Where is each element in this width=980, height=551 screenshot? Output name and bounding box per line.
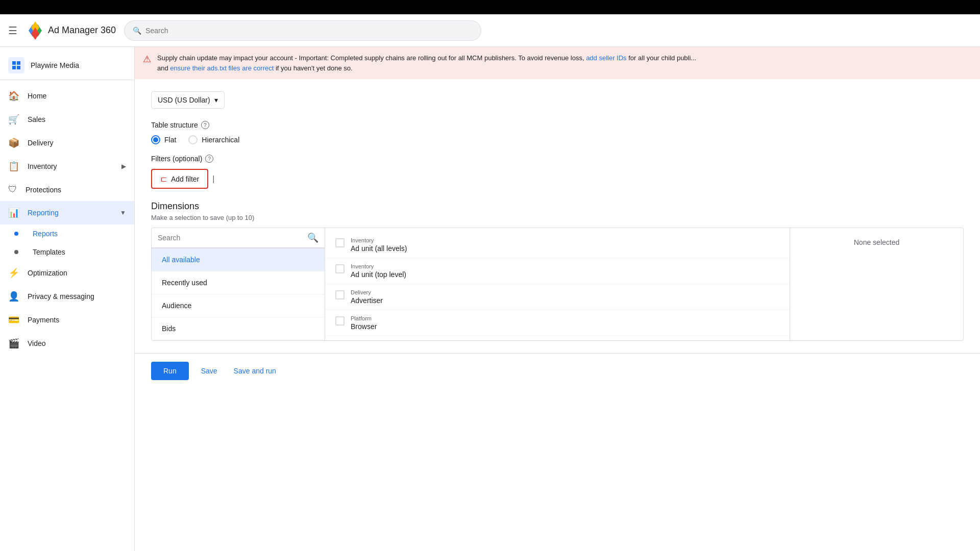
sidebar-item-delivery[interactable]: 📦 Delivery (0, 131, 134, 155)
sidebar-item-label-reporting: Reporting (28, 209, 59, 217)
privacy-icon: 👤 (8, 291, 19, 302)
add-filter-button[interactable]: ⊏ Add filter (151, 169, 208, 189)
dimensions-search[interactable]: 🔍 (152, 228, 325, 248)
sidebar-item-privacy[interactable]: 👤 Privacy & messaging (0, 285, 134, 308)
dim-category-recently[interactable]: Recently used (152, 271, 325, 294)
dimensions-title: Dimensions (151, 201, 964, 212)
sidebar-item-inventory[interactable]: 📋 Inventory ▶ (0, 155, 134, 178)
dim-item-1[interactable]: Inventory Ad unit (top level) (325, 258, 790, 284)
alert-middle-text: for all your child publi... (628, 54, 696, 62)
sidebar: Playwire Media 🏠 Home 🛒 Sales 📦 Delivery… (0, 47, 135, 551)
dim-item-0[interactable]: Inventory Ad unit (all levels) (325, 232, 790, 258)
sidebar-org: Playwire Media (0, 51, 134, 80)
dimensions-search-icon: 🔍 (307, 232, 318, 243)
sidebar-subitem-label-templates: Templates (33, 248, 65, 256)
dim-category-all[interactable]: All available (152, 248, 325, 271)
dim-checkbox-3[interactable] (335, 316, 345, 325)
dim-item-cat-1: Inventory (351, 263, 406, 269)
dim-checkbox-0[interactable] (335, 238, 345, 247)
protections-icon: 🛡 (8, 184, 17, 195)
filters-section: Filters (optional) ? ⊏ Add filter | (151, 155, 964, 189)
alert-banner: ⚠ Supply chain update may impact your ac… (135, 47, 980, 79)
radio-hierarchical-label: Hierarchical (202, 136, 239, 144)
home-icon: 🏠 (8, 90, 19, 102)
sidebar-subitem-label-reports: Reports (33, 230, 58, 238)
search-input[interactable] (145, 27, 473, 35)
sidebar-item-label-video: Video (28, 339, 46, 347)
logo-icon (26, 21, 44, 40)
org-name: Playwire Media (31, 61, 79, 69)
dim-item-3[interactable]: Platform Browser (325, 310, 790, 336)
radio-flat[interactable]: Flat (151, 135, 176, 144)
dimensions-right-panel: Inventory Ad unit (all levels) Inventory… (325, 228, 790, 340)
dim-checkbox-1[interactable] (335, 264, 345, 273)
dim-item-name-3: Browser (351, 322, 377, 331)
sidebar-item-sales[interactable]: 🛒 Sales (0, 108, 134, 131)
save-and-run-button[interactable]: Save and run (230, 362, 280, 380)
dimensions-search-row: 🔍 (152, 228, 325, 248)
none-selected-label: None selected (854, 238, 900, 246)
radio-hierarchical[interactable]: Hierarchical (188, 135, 239, 144)
dimensions-selected-panel: None selected (790, 228, 963, 340)
table-structure-help-icon[interactable]: ? (201, 121, 209, 129)
reports-dot (14, 232, 18, 236)
sidebar-item-optimization[interactable]: ⚡ Optimization (0, 261, 134, 285)
alert-icon: ⚠ (143, 54, 151, 65)
currency-selector[interactable]: USD (US Dollar) ▾ (151, 91, 225, 109)
dimensions-subtitle: Make a selection to save (up to 10) (151, 214, 964, 221)
dimensions-left-panel: 🔍 All available Recently used Audience B… (152, 228, 325, 340)
sidebar-subitem-reports[interactable]: Reports (0, 224, 134, 243)
sidebar-item-label-optimization: Optimization (28, 269, 67, 277)
delivery-icon: 📦 (8, 137, 19, 148)
sidebar-item-reporting[interactable]: 📊 Reporting ▼ (0, 201, 134, 224)
video-icon: 🎬 (8, 338, 19, 349)
dim-checkbox-2[interactable] (335, 290, 345, 299)
alert-text: Supply chain update may impact your acco… (157, 53, 696, 73)
dim-item-name-0: Ad unit (all levels) (351, 244, 407, 253)
dim-category-bids[interactable]: Bids (152, 317, 325, 340)
cursor-bar: | (212, 174, 214, 184)
filters-label: Filters (optional) ? (151, 155, 964, 163)
reporting-subitems: Reports Templates (0, 224, 134, 261)
sidebar-item-label-inventory: Inventory (28, 162, 57, 170)
sidebar-subitem-templates[interactable]: Templates (0, 243, 134, 261)
radio-flat-circle (151, 135, 160, 144)
svg-rect-2 (12, 66, 16, 69)
sidebar-item-label-sales: Sales (28, 115, 45, 123)
run-button[interactable]: Run (151, 362, 189, 380)
content-area: ⚠ Supply chain update may impact your ac… (135, 47, 980, 551)
inventory-icon: 📋 (8, 161, 19, 172)
dim-category-audience[interactable]: Audience (152, 294, 325, 317)
sidebar-item-home[interactable]: 🏠 Home (0, 84, 134, 108)
dim-item-cat-0: Inventory (351, 237, 407, 243)
alert-end-text: if you haven't yet done so. (276, 64, 353, 72)
dimensions-search-input[interactable] (158, 234, 303, 242)
search-bar[interactable]: 🔍 (124, 20, 481, 41)
dim-item-2[interactable]: Delivery Advertiser (325, 284, 790, 310)
table-structure-section: Table structure ? Flat Hierarchical (151, 121, 964, 144)
svg-rect-0 (12, 61, 16, 65)
currency-label: USD (US Dollar) (158, 96, 210, 104)
sidebar-item-payments[interactable]: 💳 Payments (0, 308, 134, 332)
bottom-toolbar: Run Save Save and run (135, 353, 980, 388)
save-button[interactable]: Save (197, 362, 222, 380)
dim-item-cat-3: Platform (351, 315, 377, 321)
filters-help-icon[interactable]: ? (205, 155, 213, 163)
sidebar-item-video[interactable]: 🎬 Video (0, 332, 134, 355)
filter-icon: ⊏ (160, 174, 167, 184)
alert-link-ads-txt[interactable]: ensure their ads.txt files are correct (170, 64, 274, 72)
sidebar-item-label-privacy: Privacy & messaging (28, 292, 94, 300)
alert-link-seller-ids[interactable]: add seller IDs (586, 54, 626, 62)
black-bar (0, 0, 980, 14)
menu-icon[interactable]: ☰ (8, 24, 17, 37)
topbar: ☰ Ad Manager 360 🔍 (0, 14, 980, 47)
page-content: USD (US Dollar) ▾ Table structure ? Flat (135, 79, 980, 353)
dimensions-section: Dimensions Make a selection to save (up … (151, 201, 964, 341)
sidebar-item-protections[interactable]: 🛡 Protections (0, 178, 134, 201)
org-icon (8, 57, 24, 73)
table-structure-label: Table structure ? (151, 121, 964, 129)
radio-flat-label: Flat (164, 136, 176, 144)
radio-hierarchical-circle (188, 135, 198, 144)
dimensions-panel: 🔍 All available Recently used Audience B… (151, 228, 964, 341)
dim-item-cat-2: Delivery (351, 289, 383, 295)
